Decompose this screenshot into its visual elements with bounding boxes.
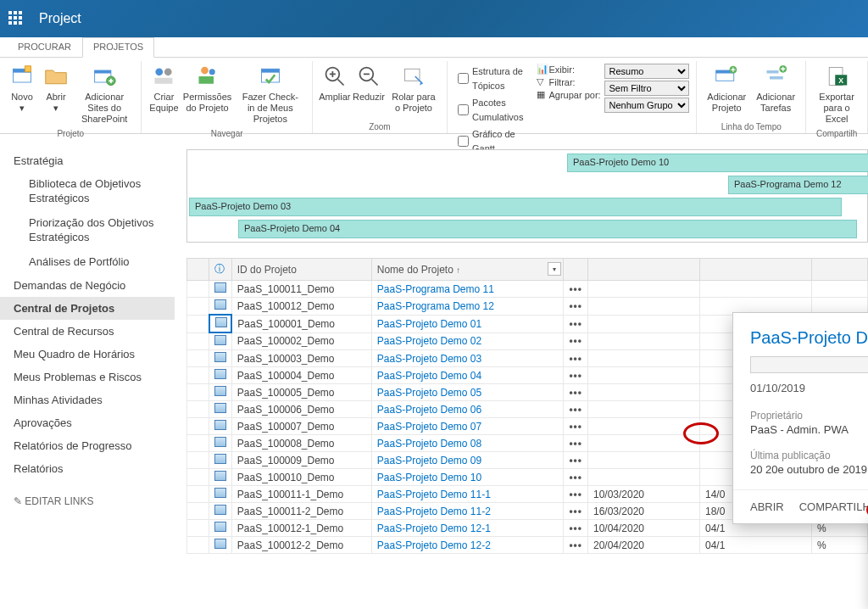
ellipsis-icon[interactable]: •••	[569, 300, 582, 312]
col-date2[interactable]	[699, 259, 811, 281]
edit-links[interactable]: ✎ EDITAR LINKS	[14, 495, 175, 507]
ellipsis-icon[interactable]: •••	[569, 318, 582, 330]
row-name[interactable]: PaaS-Projeto Demo 11-1	[371, 486, 564, 503]
ellipsis-icon[interactable]: •••	[569, 421, 582, 433]
add-tasks-timeline-button[interactable]: Adicionar Tarefas	[751, 61, 800, 115]
row-selector[interactable]	[187, 537, 209, 554]
row-name[interactable]: PaaS-Projeto Demo 12-2	[371, 537, 564, 554]
row-name[interactable]: PaaS-Projeto Demo 08	[371, 435, 564, 452]
add-project-timeline-button[interactable]: Adicionar Projeto	[702, 61, 751, 115]
open-button[interactable]: Abrir ▾	[39, 61, 73, 115]
ellipsis-icon[interactable]: •••	[569, 387, 582, 399]
app-launcher-icon[interactable]	[8, 11, 24, 26]
row-menu[interactable]: •••	[564, 298, 588, 316]
timeline-bar[interactable]: PaaS-Projeto Demo 04	[238, 220, 857, 238]
row-menu[interactable]: •••	[564, 401, 588, 418]
project-permissions-button[interactable]: Permissões do Projeto	[181, 61, 233, 115]
row-selector[interactable]	[187, 332, 209, 350]
zoom-out-button[interactable]: Reduzir	[352, 61, 386, 104]
create-team-button[interactable]: Criar Equipe	[147, 61, 181, 115]
ellipsis-icon[interactable]: •••	[569, 283, 582, 295]
timeline-bar[interactable]: PaaS-Projeto Demo 03	[189, 198, 842, 216]
col-selector[interactable]	[187, 259, 209, 281]
row-selector[interactable]	[187, 520, 209, 537]
nav-approvals[interactable]: Aprovações	[14, 411, 175, 434]
row-selector[interactable]	[187, 384, 209, 401]
export-excel-button[interactable]: XExportar para o Excel	[811, 61, 862, 127]
row-menu[interactable]: •••	[564, 367, 588, 384]
card-open-button[interactable]: ABRIR	[750, 500, 784, 513]
ellipsis-icon[interactable]: •••	[569, 506, 582, 517]
ellipsis-icon[interactable]: •••	[569, 438, 582, 450]
checkin-projects-button[interactable]: Fazer Check-in de Meus Projetos	[234, 61, 307, 127]
row-menu[interactable]: •••	[564, 469, 588, 486]
row-selector[interactable]	[187, 367, 209, 384]
table-row[interactable]: PaaS_100011_DemoPaaS-Programa Demo 11•••	[187, 281, 868, 298]
col-project-name[interactable]: Nome do Projeto ↑▾	[371, 259, 564, 281]
row-selector[interactable]	[187, 452, 209, 469]
row-menu[interactable]: •••	[564, 452, 588, 469]
row-menu[interactable]: •••	[564, 418, 588, 435]
timeline-bar[interactable]: PaaS-Programa Demo 12	[728, 176, 868, 194]
row-name[interactable]: PaaS-Projeto Demo 02	[371, 332, 564, 350]
row-name[interactable]: PaaS-Projeto Demo 11-2	[371, 503, 564, 520]
row-menu[interactable]: •••	[564, 281, 588, 298]
ellipsis-icon[interactable]: •••	[569, 370, 582, 382]
col-date1[interactable]	[587, 259, 699, 281]
view-select[interactable]: Resumo	[604, 64, 689, 79]
row-name[interactable]: PaaS-Projeto Demo 06	[371, 401, 564, 418]
row-menu[interactable]: •••	[564, 384, 588, 401]
group-select[interactable]: Nenhum Grupo	[604, 98, 689, 113]
table-row[interactable]: PaaS_100012-2_DemoPaaS-Projeto Demo 12-2…	[187, 537, 868, 554]
col-pct[interactable]	[811, 259, 867, 281]
row-selector[interactable]	[187, 435, 209, 452]
row-name[interactable]: PaaS-Programa Demo 11	[371, 281, 564, 298]
ellipsis-icon[interactable]: •••	[569, 522, 582, 534]
timeline-bar[interactable]: PaaS-Projeto Demo 10	[567, 154, 868, 172]
col-dropdown-icon[interactable]: ▾	[548, 262, 561, 276]
scroll-to-project-button[interactable]: Rolar para o Projeto	[386, 61, 442, 115]
ellipsis-icon[interactable]: •••	[569, 455, 582, 467]
new-button[interactable]: Novo ▾	[5, 61, 39, 115]
col-indicator[interactable]: ⓘ	[209, 259, 231, 281]
row-menu[interactable]: •••	[564, 350, 588, 367]
row-selector[interactable]	[187, 401, 209, 418]
nav-resource-center[interactable]: Central de Recursos	[14, 320, 175, 343]
nav-portfolio-analysis[interactable]: Análises de Portfólio	[14, 250, 175, 275]
row-menu[interactable]: •••	[564, 486, 588, 503]
row-selector[interactable]	[187, 503, 209, 520]
add-sharepoint-sites-button[interactable]: Adicionar Sites do SharePoint	[73, 61, 136, 127]
row-name[interactable]: PaaS-Projeto Demo 03	[371, 350, 564, 367]
row-menu[interactable]: •••	[564, 503, 588, 520]
row-name[interactable]: PaaS-Projeto Demo 04	[371, 367, 564, 384]
row-name[interactable]: PaaS-Projeto Demo 07	[371, 418, 564, 435]
nav-reports[interactable]: Relatórios	[14, 457, 175, 480]
ellipsis-icon[interactable]: •••	[569, 335, 582, 347]
ellipsis-icon[interactable]: •••	[569, 353, 582, 365]
row-name[interactable]: PaaS-Projeto Demo 01	[371, 315, 564, 332]
nav-progress-reports[interactable]: Relatórios de Progresso	[14, 434, 175, 457]
row-selector[interactable]	[187, 298, 209, 316]
tab-projects[interactable]: PROJETOS	[82, 37, 154, 58]
row-name[interactable]: PaaS-Programa Demo 12	[371, 298, 564, 316]
ellipsis-icon[interactable]: •••	[569, 539, 582, 551]
rollup-checkbox[interactable]: Pacotes Cumulativos	[454, 94, 527, 126]
row-selector[interactable]	[187, 469, 209, 486]
nav-strategy[interactable]: Estratégia	[14, 149, 175, 172]
outline-checkbox[interactable]: Estrutura de Tópicos	[454, 63, 527, 94]
ellipsis-icon[interactable]: •••	[569, 404, 582, 416]
nav-timesheet[interactable]: Meu Quadro de Horários	[14, 343, 175, 366]
row-name[interactable]: PaaS-Projeto Demo 10	[371, 469, 564, 486]
nav-objectives-priority[interactable]: Priorização dos Objetivos Estratégicos	[14, 211, 175, 250]
nav-issues-risks[interactable]: Meus Problemas e Riscos	[14, 366, 175, 388]
row-name[interactable]: PaaS-Projeto Demo 05	[371, 384, 564, 401]
row-selector[interactable]	[187, 486, 209, 503]
ellipsis-icon[interactable]: •••	[569, 472, 582, 483]
nav-demands[interactable]: Demandas de Negócio	[14, 274, 175, 297]
row-selector[interactable]	[187, 315, 209, 332]
filter-select[interactable]: Sem Filtro	[604, 81, 689, 96]
ellipsis-icon[interactable]: •••	[569, 489, 582, 500]
row-name[interactable]: PaaS-Projeto Demo 09	[371, 452, 564, 469]
row-menu[interactable]: •••	[564, 537, 588, 554]
zoom-in-button[interactable]: Ampliar	[318, 61, 352, 104]
